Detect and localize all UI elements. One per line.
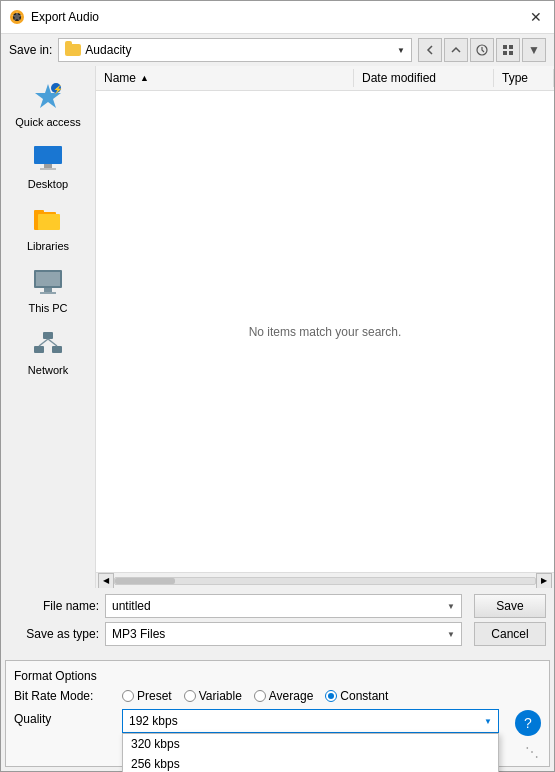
nav-buttons: ▼ <box>418 38 546 62</box>
bit-rate-radio-group: Preset Variable Average Constant <box>122 689 388 703</box>
main-pane: Name ▲ Date modified Type No items match… <box>96 66 554 588</box>
sidebar-item-this-pc[interactable]: This PC <box>1 260 95 318</box>
radio-constant[interactable]: Constant <box>325 689 388 703</box>
svg-rect-10 <box>34 146 62 164</box>
save-as-type-row: Save as type: MP3 Files ▼ Cancel <box>9 622 546 646</box>
this-pc-label: This PC <box>28 302 67 314</box>
save-in-value: Audacity <box>85 43 393 57</box>
bit-rate-mode-label: Bit Rate Mode: <box>14 689 114 703</box>
resize-handle[interactable]: ⋱ <box>525 744 537 756</box>
save-as-type-dropdown[interactable]: MP3 Files ▼ <box>105 622 462 646</box>
nav-recent-button[interactable] <box>470 38 494 62</box>
save-button[interactable]: Save <box>474 594 546 618</box>
nav-dropdown-button[interactable]: ▼ <box>522 38 546 62</box>
toolbar-row: Save in: Audacity ▼ <box>1 34 554 66</box>
bottom-section: File name: untitled ▼ Save Save as type:… <box>1 588 554 656</box>
svg-rect-3 <box>503 45 507 49</box>
svg-rect-15 <box>34 210 44 214</box>
savetype-dropdown-arrow-icon: ▼ <box>447 630 455 639</box>
svg-rect-12 <box>44 164 52 168</box>
back-arrow-icon <box>424 44 436 56</box>
quality-dropdown[interactable]: 192 kbps ▼ <box>122 709 499 733</box>
radio-variable-circle <box>184 690 196 702</box>
sidebar-item-desktop[interactable]: Desktop <box>1 136 95 194</box>
desktop-label: Desktop <box>28 178 68 190</box>
libraries-icon <box>30 204 66 236</box>
sidebar-item-libraries[interactable]: Libraries <box>1 198 95 256</box>
svg-rect-4 <box>509 45 513 49</box>
svg-rect-22 <box>34 346 44 353</box>
file-name-label: File name: <box>9 599 99 613</box>
title-bar: Export Audio ✕ <box>1 1 554 34</box>
column-name-header[interactable]: Name ▲ <box>96 69 354 87</box>
help-button[interactable]: ? <box>515 710 541 736</box>
format-options-panel: Format Options Bit Rate Mode: Preset Var… <box>5 660 550 767</box>
scrollbar-right-btn[interactable]: ▶ <box>536 573 552 589</box>
dialog-title: Export Audio <box>31 10 99 24</box>
quick-access-label: Quick access <box>15 116 80 128</box>
radio-preset[interactable]: Preset <box>122 689 172 703</box>
svg-rect-21 <box>43 332 53 339</box>
radio-variable-label: Variable <box>199 689 242 703</box>
filename-dropdown-arrow-icon: ▼ <box>447 602 455 611</box>
libraries-label: Libraries <box>27 240 69 252</box>
radio-average[interactable]: Average <box>254 689 313 703</box>
file-name-value: untitled <box>112 599 447 613</box>
svg-rect-6 <box>509 51 513 55</box>
horizontal-scrollbar[interactable]: ◀ ▶ <box>96 572 554 588</box>
svg-rect-13 <box>40 168 56 170</box>
format-options-title: Format Options <box>14 669 541 683</box>
cancel-button-group: Cancel <box>474 622 546 646</box>
svg-rect-19 <box>44 288 52 292</box>
scrollbar-left-btn[interactable]: ◀ <box>98 573 114 589</box>
bit-rate-mode-row: Bit Rate Mode: Preset Variable Average C… <box>14 689 541 703</box>
grid-icon <box>502 44 514 56</box>
radio-variable[interactable]: Variable <box>184 689 242 703</box>
column-date-header[interactable]: Date modified <box>354 69 494 87</box>
title-bar-left: Export Audio <box>9 9 99 25</box>
save-in-dropdown[interactable]: Audacity ▼ <box>58 38 412 62</box>
this-pc-icon <box>30 266 66 298</box>
scrollbar-thumb[interactable] <box>115 578 175 584</box>
column-header: Name ▲ Date modified Type <box>96 66 554 91</box>
radio-constant-circle <box>325 690 337 702</box>
sidebar-item-network[interactable]: Network <box>1 322 95 380</box>
save-as-type-label: Save as type: <box>9 627 99 641</box>
libraries-icon-wrapper <box>30 202 66 238</box>
svg-rect-20 <box>40 292 56 294</box>
nav-back-button[interactable] <box>418 38 442 62</box>
export-audio-dialog: Export Audio ✕ Save in: Audacity ▼ <box>0 0 555 772</box>
network-icon-wrapper <box>30 326 66 362</box>
filename-row: File name: untitled ▼ Save <box>9 594 546 618</box>
nav-grid-button[interactable] <box>496 38 520 62</box>
folder-icon <box>65 44 81 56</box>
scrollbar-track[interactable] <box>114 577 536 585</box>
svg-rect-18 <box>36 272 60 286</box>
dropdown-arrow-icon: ▼ <box>397 46 405 55</box>
quality-dropdown-wrapper: 192 kbps ▼ 320 kbps 256 kbps 224 kbps 19… <box>122 709 499 733</box>
quality-label: Quality <box>14 709 114 726</box>
quality-option-320[interactable]: 320 kbps <box>123 734 498 754</box>
column-type-header[interactable]: Type <box>494 69 554 87</box>
cancel-button[interactable]: Cancel <box>474 622 546 646</box>
radio-preset-label: Preset <box>137 689 172 703</box>
radio-average-circle <box>254 690 266 702</box>
svg-rect-16 <box>38 214 60 230</box>
file-name-input[interactable]: untitled ▼ <box>105 594 462 618</box>
quick-access-icon: ⚡ <box>30 80 66 112</box>
empty-message: No items match your search. <box>249 325 402 339</box>
save-in-label: Save in: <box>9 43 52 57</box>
up-arrow-icon <box>450 44 462 56</box>
quality-option-256[interactable]: 256 kbps <box>123 754 498 772</box>
file-list: No items match your search. <box>96 91 554 572</box>
svg-text:⚡: ⚡ <box>53 84 63 94</box>
quality-row: Quality 192 kbps ▼ 320 kbps 256 kbps 224… <box>14 709 541 736</box>
nav-up-button[interactable] <box>444 38 468 62</box>
svg-rect-5 <box>503 51 507 55</box>
svg-line-25 <box>48 339 57 346</box>
quick-access-icon-wrapper: ⚡ <box>30 78 66 114</box>
action-buttons: Save <box>474 594 546 618</box>
close-button[interactable]: ✕ <box>526 7 546 27</box>
sidebar-item-quick-access[interactable]: ⚡ Quick access <box>1 74 95 132</box>
radio-constant-label: Constant <box>340 689 388 703</box>
